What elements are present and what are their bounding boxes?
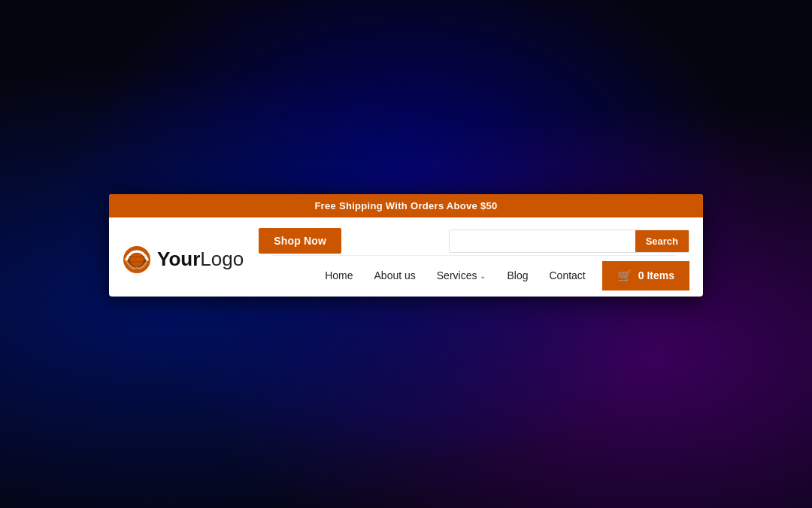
nav-divider <box>272 255 676 256</box>
cart-icon: 🛒 <box>617 269 632 283</box>
logo-icon <box>123 245 151 274</box>
site-container: Free Shipping With Orders Above $50 Your… <box>109 194 703 297</box>
nav-item-contact[interactable]: Contact <box>539 260 596 291</box>
nav-item-services[interactable]: Services ⌄ <box>426 260 497 291</box>
search-bar: Search <box>449 230 689 253</box>
chevron-down-icon: ⌄ <box>480 272 486 280</box>
announcement-text: Free Shipping With Orders Above $50 <box>314 200 497 211</box>
nav-item-home[interactable]: Home <box>314 260 363 291</box>
nav-item-blog[interactable]: Blog <box>496 260 538 291</box>
top-right: Shop Now Search <box>259 228 689 254</box>
logo-area: YourLogo <box>123 245 244 274</box>
announcement-bar: Free Shipping With Orders Above $50 <box>109 194 703 217</box>
nav-items: Home About us Services ⌄ Blog <box>314 260 596 291</box>
bottom-right: Home About us Services ⌄ Blog <box>259 257 689 291</box>
search-input[interactable] <box>450 230 635 252</box>
logo-text: YourLogo <box>157 248 244 271</box>
page-wrapper: Free Shipping With Orders Above $50 Your… <box>0 0 812 508</box>
search-button[interactable]: Search <box>635 230 689 252</box>
right-section: Shop Now Search Home About us <box>259 228 689 291</box>
cart-count-label: 0 Items <box>638 269 674 281</box>
cart-button[interactable]: 🛒 0 Items <box>602 261 689 291</box>
nav-item-about[interactable]: About us <box>364 260 426 291</box>
header-area: YourLogo Shop Now Search <box>109 217 703 297</box>
shop-now-button[interactable]: Shop Now <box>259 228 341 254</box>
